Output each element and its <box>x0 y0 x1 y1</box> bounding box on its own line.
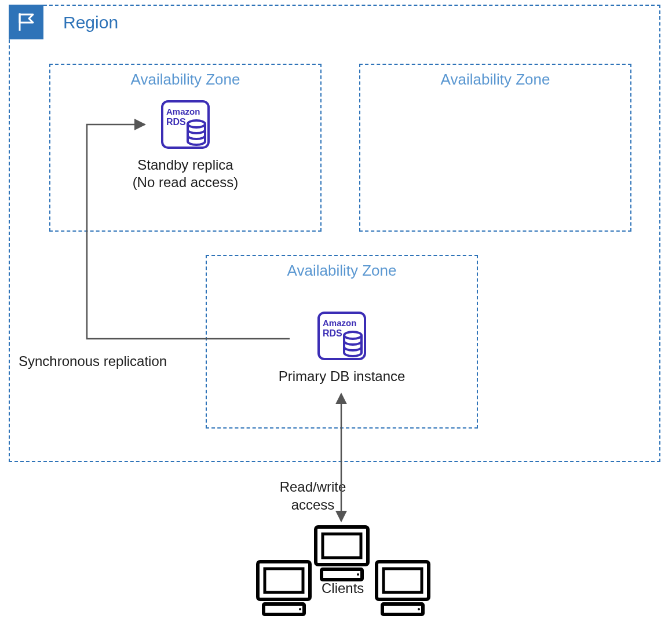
access-label-line1: Read/write <box>280 479 346 495</box>
svg-text:Amazon: Amazon <box>323 318 356 328</box>
svg-text:Amazon: Amazon <box>166 107 200 116</box>
availability-zone-2: Availability Zone <box>359 64 631 232</box>
standby-replica-block: Amazon RDS Standby replica (No read acce… <box>110 98 261 191</box>
region-flag-icon <box>9 5 43 39</box>
standby-caption-line2: (No read access) <box>133 174 239 190</box>
primary-caption: Primary DB instance <box>266 368 417 385</box>
standby-caption-line1: Standby replica <box>137 157 233 173</box>
rds-icon-standby: Amazon RDS <box>159 98 211 153</box>
svg-text:RDS: RDS <box>166 117 186 127</box>
standby-caption: Standby replica (No read access) <box>110 156 261 191</box>
az2-title: Availability Zone <box>441 71 550 89</box>
access-label: Read/write access <box>269 478 356 514</box>
svg-text:RDS: RDS <box>323 328 342 338</box>
az3-title: Availability Zone <box>287 262 397 280</box>
rds-icon-primary: Amazon RDS <box>316 310 368 364</box>
region-title: Region <box>63 13 118 32</box>
az1-title: Availability Zone <box>131 71 240 89</box>
access-label-line2: access <box>291 497 335 512</box>
replication-label: Synchronous replication <box>19 352 167 370</box>
primary-db-block: Amazon RDS Primary DB instance <box>266 310 417 385</box>
clients-group <box>235 524 449 623</box>
architecture-diagram: Region Availability Zone Availability Zo… <box>0 0 672 626</box>
